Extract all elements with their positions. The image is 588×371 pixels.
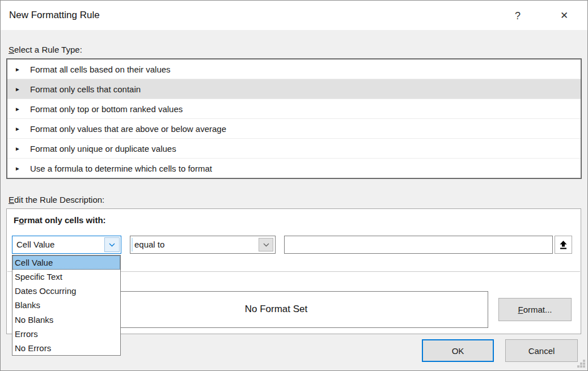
rule-type-arrow-icon: ►: [15, 86, 20, 92]
operator-dropdown-button[interactable]: [259, 238, 273, 251]
rule-type-list: ► Format all cells based on their values…: [6, 58, 582, 179]
dropdown-option-cell-value[interactable]: Cell Value: [12, 255, 120, 270]
dropdown-option-no-errors[interactable]: No Errors: [12, 341, 120, 355]
rule-type-label: Format only top or bottom ranked values: [30, 104, 183, 114]
title-bar: New Formatting Rule ? ✕: [1, 1, 587, 30]
grip-dot: [583, 363, 585, 365]
dialog-title: New Formatting Rule: [9, 1, 100, 30]
rule-type-item-formula[interactable]: ► Use a formula to determine which cells…: [7, 159, 581, 178]
format-preview: No Format Set: [64, 291, 488, 328]
close-icon: ✕: [560, 10, 568, 21]
new-formatting-rule-dialog: New Formatting Rule ? ✕ Select a Rule Ty…: [0, 0, 588, 371]
rule-type-item-above-below-average[interactable]: ► Format only values that are above or b…: [7, 119, 581, 139]
rule-type-label: Format all cells based on their values: [30, 65, 171, 74]
rule-type-label: Use a formula to determine which cells t…: [30, 164, 212, 173]
format-only-cells-with-label: Format only cells with:: [14, 215, 106, 225]
dropdown-option-errors[interactable]: Errors: [12, 327, 120, 341]
rule-type-item-unique-duplicate[interactable]: ► Format only unique or duplicate values: [7, 139, 581, 159]
resize-grip[interactable]: [577, 360, 585, 368]
select-rule-type-label: Select a Rule Type:: [9, 45, 82, 54]
rule-type-item-top-bottom[interactable]: ► Format only top or bottom ranked value…: [7, 99, 581, 119]
rule-type-arrow-icon: ►: [15, 146, 20, 152]
help-icon: ?: [515, 10, 521, 22]
help-button[interactable]: ?: [505, 1, 530, 30]
rule-type-arrow-icon: ►: [15, 66, 20, 73]
rule-type-arrow-icon: ►: [15, 165, 20, 172]
grip-dot: [583, 365, 585, 368]
dropdown-option-no-blanks[interactable]: No Blanks: [12, 313, 120, 327]
dropdown-option-dates-occurring[interactable]: Dates Occurring: [12, 284, 120, 298]
rule-type-label: Format only cells that contain: [30, 84, 141, 94]
condition-type-dropdown-list: Cell Value Specific Text Dates Occurring…: [12, 255, 121, 356]
ok-button[interactable]: OK: [422, 339, 494, 362]
condition-type-value: Cell Value: [16, 236, 54, 253]
cancel-button[interactable]: Cancel: [505, 339, 578, 362]
operator-value: equal to: [134, 236, 164, 253]
operator-combobox[interactable]: equal to: [130, 236, 276, 254]
range-select-icon: [559, 240, 568, 250]
edit-rule-description-label: Edit the Rule Description:: [9, 195, 104, 204]
grip-dot: [580, 363, 582, 365]
rule-type-arrow-icon: ►: [15, 106, 20, 112]
grip-dot: [577, 365, 579, 368]
close-button[interactable]: ✕: [552, 1, 577, 30]
chevron-down-icon: [109, 243, 115, 247]
grip-dot: [583, 360, 585, 362]
rule-type-arrow-icon: ►: [15, 126, 20, 132]
collapse-dialog-button[interactable]: [555, 236, 572, 254]
rule-type-label: Format only values that are above or bel…: [30, 124, 226, 134]
condition-type-dropdown-button[interactable]: [104, 237, 120, 252]
chevron-down-icon: [263, 243, 269, 247]
condition-value-input[interactable]: [284, 236, 553, 254]
rule-type-item-cells-that-contain[interactable]: ► Format only cells that contain: [7, 79, 581, 99]
text-caret: [132, 238, 133, 251]
rule-type-label: Format only unique or duplicate values: [30, 144, 176, 153]
dropdown-option-blanks[interactable]: Blanks: [12, 298, 120, 312]
rule-type-item-cell-values[interactable]: ► Format all cells based on their values: [7, 59, 581, 79]
format-button[interactable]: Format...: [498, 298, 572, 321]
dropdown-option-specific-text[interactable]: Specific Text: [12, 270, 120, 284]
grip-dot: [580, 365, 582, 368]
condition-type-combobox[interactable]: Cell Value: [12, 236, 121, 254]
